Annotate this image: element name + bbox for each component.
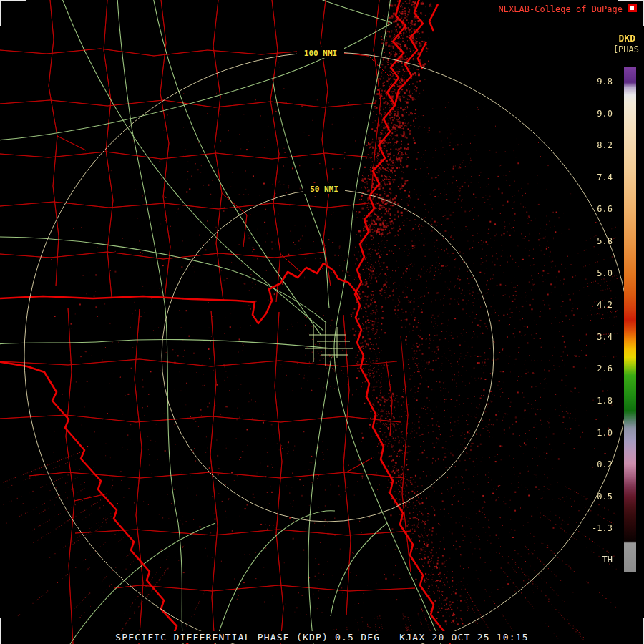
range-ring-label-100: 100 NMI [304,49,337,58]
colorbar-tick-label: 4.2 [597,300,613,310]
product-caption: SPECIFIC DIFFERENTIAL PHASE (KDP) 0.5 DE… [108,631,536,643]
atlantic-coastline [355,0,450,644]
colorbar-tick-label: 0.2 [597,459,613,469]
colorbar-tick-label: 9.8 [597,77,613,87]
cod-flag-icon [628,4,637,12]
brand-text: NEXLAB-College of DuPage [499,4,623,14]
colorbar [624,67,636,572]
radar-map: 50 NMI 100 NMI [0,0,644,644]
colorbar-tick-label: -0.5 [592,492,613,502]
colorbar-tick-label: 1.8 [597,396,613,406]
range-ring-label-50: 50 NMI [310,185,338,194]
colorbar-tick-label: 8.2 [597,140,613,150]
barrier-islands [418,42,426,69]
colorbar-tick-label: 7.4 [597,172,613,182]
product-code: DKD [619,33,635,44]
barrier-islands [429,4,438,31]
colorbar-tick-label: -1.3 [592,523,613,533]
colorbar-tick-label: 2.6 [597,364,613,374]
colorbar-tick-label: 9.0 [597,109,613,119]
frame-marks [0,0,644,644]
range-ring-50 [162,190,494,522]
coastline-borders-layer [0,0,450,644]
colorbar-tick-label: 5.0 [597,268,613,278]
colorbar-tick-label: 1.0 [597,428,613,438]
barrier-islands [395,0,423,105]
county-borders-layer [0,0,415,644]
colorbar-tick-label: 6.6 [597,204,613,214]
product-units: [PHAS [613,44,639,54]
colorbar-tick-label: 3.4 [597,332,613,342]
colorbar-labels: 9.8 9.0 8.2 7.4 6.6 5.8 5.0 4.2 3.4 2.6 … [585,0,620,644]
corner-bracket-top-left [0,0,26,26]
range-rings-layer: 50 NMI 100 NMI [24,47,631,644]
radar-display: 50 NMI 100 NMI 9.8 9.0 8.2 7.4 6.6 5.8 5… [0,0,644,644]
colorbar-threshold-label: TH [602,555,613,565]
colorbar-tick-label: 5.8 [597,236,613,246]
